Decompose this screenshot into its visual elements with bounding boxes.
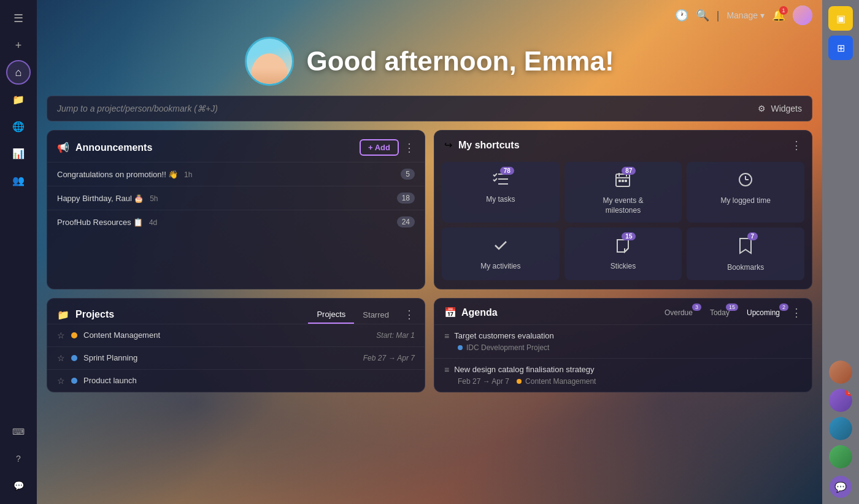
panel-button-1[interactable]: ▣	[828, 6, 853, 31]
announcements-more-button[interactable]: ⋮	[404, 142, 415, 153]
sidebar-item-menu[interactable]: ☰	[6, 6, 31, 31]
bookmarks-label: Bookmarks	[727, 263, 764, 273]
clock-button[interactable]: 🕐	[675, 9, 688, 22]
widgets-button[interactable]: ⚙ Widgets	[758, 104, 802, 113]
bookmarks-badge: 7	[747, 232, 758, 240]
user-avatar-topbar[interactable]	[793, 6, 812, 25]
search-placeholder: Jump to a project/person/bookmark (⌘+J)	[57, 104, 218, 113]
folder-icon: 📁	[12, 94, 25, 105]
agenda-more-button[interactable]: ⋮	[791, 307, 802, 318]
right-panel: ▣ ⊞ 5 💬	[822, 0, 859, 504]
shortcuts-more-button[interactable]: ⋮	[791, 140, 802, 151]
shortcut-my-events[interactable]: 87 My events &milestones	[564, 162, 682, 223]
project-item[interactable]: ☆ Sprint Planning Feb 27 → Apr 7	[47, 346, 425, 369]
search-button[interactable]: 🔍	[696, 9, 709, 22]
sidebar-item-chat[interactable]: 💬	[6, 473, 31, 498]
shortcut-my-tasks[interactable]: 78 My tasks	[442, 162, 560, 223]
user-avatar-image	[793, 6, 812, 25]
chat-icon: 💬	[13, 481, 24, 491]
agenda-item[interactable]: ≡ New design catalog finalisation strate…	[434, 358, 812, 392]
manage-button[interactable]: Manage ▾	[726, 10, 765, 20]
sidebar-item-reports[interactable]: 📊	[6, 141, 31, 166]
project-dot	[71, 378, 77, 384]
tab-starred[interactable]: Starred	[354, 307, 398, 323]
agenda-card: 📅 Agenda Overdue 3 Today 15 Upcoming 2 ⋮	[434, 298, 812, 392]
project-dot	[71, 355, 77, 361]
shortcuts-title: My shortcuts	[458, 140, 785, 151]
sidebar-item-home[interactable]: ⌂	[6, 60, 31, 85]
online-user-avatar[interactable]: 5	[829, 389, 852, 412]
announcement-text: Happy Birthday, Raul 🎂 5h	[57, 194, 391, 203]
svg-rect-8	[622, 180, 624, 182]
announcement-badge: 24	[397, 216, 415, 227]
events-label: My events &milestones	[603, 196, 643, 215]
star-icon: ☆	[57, 353, 65, 363]
search-bar[interactable]: Jump to a project/person/bookmark (⌘+J) …	[47, 96, 812, 121]
agenda-header: 📅 Agenda Overdue 3 Today 15 Upcoming 2 ⋮	[434, 299, 812, 324]
bottom-cards-row: 📁 Projects Projects Starred ⋮ ☆ Content …	[47, 298, 812, 392]
announcement-badge: 18	[397, 193, 415, 204]
agenda-item-title: ≡ Target customers evaluation	[444, 331, 802, 341]
tab-upcoming[interactable]: Upcoming 2	[741, 306, 786, 319]
projects-more-button[interactable]: ⋮	[404, 309, 415, 320]
projects-tabs: Projects Starred	[308, 306, 398, 324]
shortcuts-icon: ↪	[444, 139, 452, 151]
overdue-badge: 3	[692, 304, 701, 311]
keyboard-icon: ⌨	[12, 427, 25, 437]
projects-title: Projects	[75, 309, 302, 320]
project-date: Feb 27 → Apr 7	[363, 354, 415, 362]
sidebar-item-globe[interactable]: 🌐	[6, 114, 31, 139]
sidebar-item-folders[interactable]: 📁	[6, 87, 31, 112]
plus-icon: +	[15, 39, 22, 52]
project-item[interactable]: ☆ Content Management Start: Mar 1	[47, 324, 425, 346]
agenda-item[interactable]: ≡ Target customers evaluation IDC Develo…	[434, 324, 812, 358]
clock-icon: 🕐	[675, 9, 688, 22]
announcements-add-button[interactable]: + Add	[360, 139, 399, 156]
events-badge: 87	[622, 167, 636, 175]
gear-icon: ⚙	[758, 104, 766, 113]
sidebar-item-help[interactable]: ?	[6, 446, 31, 471]
activities-icon-wrapper	[493, 237, 509, 257]
announcement-item[interactable]: ProofHub Resources 📋 4d 24	[47, 210, 425, 234]
shortcut-logged-time[interactable]: My logged time	[687, 162, 804, 223]
announcements-icon: 📢	[57, 142, 69, 153]
avatar-circle	[829, 417, 852, 440]
announcements-title: Announcements	[75, 142, 353, 153]
notifications-button[interactable]: 🔔 1	[772, 9, 785, 22]
sidebar-item-people[interactable]: 👥	[6, 168, 31, 193]
online-user-avatar[interactable]	[829, 361, 852, 384]
shortcut-stickies[interactable]: 15 Stickies	[564, 227, 682, 280]
project-name: Sprint Planning	[83, 353, 357, 362]
tab-projects[interactable]: Projects	[308, 306, 354, 324]
stickies-icon-wrapper: 15	[615, 237, 631, 257]
online-user-avatar[interactable]	[829, 445, 852, 468]
project-name: Content Management	[83, 330, 370, 340]
topbar: 🕐 🔍 | Manage ▾ 🔔 1	[37, 0, 822, 31]
shortcut-my-activities[interactable]: My activities	[442, 227, 560, 280]
avatar-circle	[829, 445, 852, 468]
menu-icon: ☰	[13, 12, 23, 25]
widgets-label: Widgets	[771, 104, 802, 113]
sidebar-item-add[interactable]: +	[6, 33, 31, 58]
announcement-text: Congratulations on promotion!! 👋 1h	[57, 170, 395, 179]
announcement-item[interactable]: Happy Birthday, Raul 🎂 5h 18	[47, 186, 425, 210]
activities-label: My activities	[480, 262, 520, 272]
avatar-badge: 5	[845, 389, 852, 396]
tab-today[interactable]: Today 15	[704, 306, 736, 319]
project-item[interactable]: ☆ Product launch	[47, 369, 425, 392]
agenda-item-sub: Feb 27 → Apr 7 Content Management	[444, 377, 802, 386]
chat-fab-button[interactable]: 💬	[830, 476, 852, 498]
projects-header: 📁 Projects Projects Starred ⋮	[47, 299, 425, 324]
sidebar-item-keyboard[interactable]: ⌨	[6, 419, 31, 444]
agenda-sub-date: Feb 27 → Apr 7	[458, 377, 509, 386]
top-cards-row: 📢 Announcements + Add ⋮ Congratulations …	[47, 130, 812, 289]
svg-rect-7	[618, 180, 621, 182]
events-icon-wrapper: 87	[615, 172, 631, 191]
panel-button-2[interactable]: ⊞	[828, 36, 853, 60]
shortcut-bookmarks[interactable]: 7 Bookmarks	[687, 227, 804, 280]
tab-overdue[interactable]: Overdue 3	[658, 306, 699, 319]
topbar-divider: |	[717, 9, 720, 22]
online-user-avatar[interactable]	[829, 417, 852, 440]
announcement-item[interactable]: Congratulations on promotion!! 👋 1h 5	[47, 162, 425, 186]
stickies-label: Stickies	[611, 262, 636, 272]
